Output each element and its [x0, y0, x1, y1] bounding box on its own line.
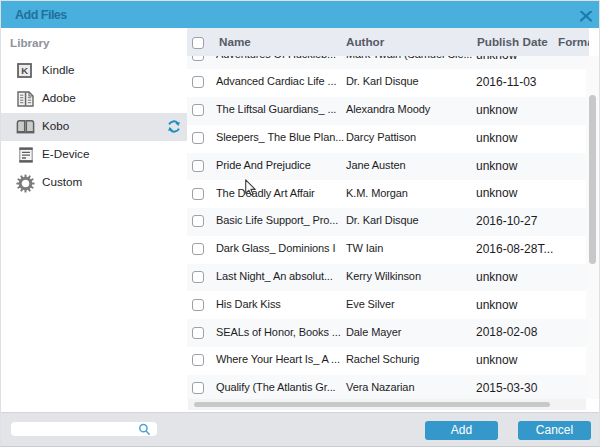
svg-text:K: K [21, 65, 28, 76]
